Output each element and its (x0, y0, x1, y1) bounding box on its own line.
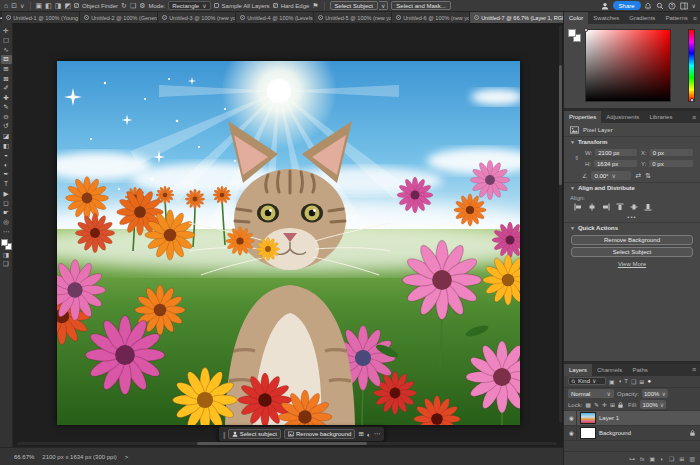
share-button[interactable]: Share (613, 1, 641, 10)
link-dimensions-icon[interactable]: ∞ (572, 155, 582, 161)
path-selection-tool[interactable]: ▶ (1, 189, 12, 199)
pen-tool[interactable]: ✒ (1, 170, 12, 180)
saturation-brightness-picker[interactable] (585, 29, 671, 102)
tab-gradients[interactable]: Gradients (624, 12, 660, 24)
brush-tool[interactable]: ✎ (1, 103, 12, 113)
align-top-icon[interactable] (616, 203, 624, 211)
tab-adjustments[interactable]: Adjustments (601, 111, 644, 123)
document-canvas[interactable] (57, 61, 520, 425)
add-selection-icon[interactable]: ◧ (45, 2, 52, 9)
lock-all-icon[interactable] (618, 402, 623, 408)
filter-pixel-layers-icon[interactable]: ▣ (609, 378, 615, 385)
eyedropper-tool[interactable]: ✐ (1, 84, 12, 94)
tab-channels[interactable]: Channels (592, 364, 627, 376)
edit-toolbar-icon[interactable]: ⋯ (1, 227, 12, 237)
lock-paint-icon[interactable]: ✎ (594, 401, 599, 408)
view-more-link[interactable]: View More (564, 257, 700, 269)
type-tool[interactable]: T (1, 180, 12, 190)
feedback-flag-icon[interactable]: ⚑ (312, 2, 318, 9)
active-tool-icon[interactable]: ⊡ (11, 2, 17, 9)
opacity-field[interactable]: 100% ∨ (642, 389, 668, 398)
filter-adjustment-layers-icon[interactable]: ◑ (618, 378, 622, 384)
rotation-angle-field[interactable]: 0.00° ∨ (591, 171, 631, 180)
hard-edge-checkbox[interactable]: ✓ (273, 3, 278, 8)
align-more-options[interactable]: ••• (564, 212, 700, 222)
sample-all-layers-checkbox[interactable] (214, 3, 219, 8)
fill-field[interactable]: 100% ∨ (640, 400, 666, 409)
select-subject-dropdown[interactable]: ∨ (379, 1, 388, 10)
flip-vertical-icon[interactable]: ⇅ (645, 172, 651, 180)
tab-untitled-7-active[interactable]: Untitled-7 @ 66.7% (Layer 1, RGB/8) * (470, 12, 563, 23)
transform-icon[interactable]: ⊞ (358, 430, 363, 438)
tab-untitled-2[interactable]: Untitled-2 @ 100% (Generati... (80, 12, 158, 23)
workspace-switcher-icon[interactable] (680, 1, 689, 10)
lock-transparency-icon[interactable]: ▦ (585, 401, 591, 408)
layer-effects-icon[interactable]: fx (640, 456, 645, 462)
layer-visibility-eye-icon[interactable]: ◉ (567, 411, 577, 425)
search-icon[interactable] (656, 1, 665, 10)
show-all-objects-icon[interactable]: ❏ (130, 2, 136, 9)
panel-menu-icon[interactable]: ≡ (692, 111, 700, 123)
tab-color[interactable]: Color (564, 12, 588, 24)
layer-visibility-eye-icon[interactable]: ◉ (567, 426, 577, 440)
canvas-pasteboard[interactable]: || Select subject Remove background ⊞ ◐ … (13, 23, 563, 447)
zoom-tool[interactable]: ◎ (1, 218, 12, 228)
remove-background-taskbar-button[interactable]: Remove background (284, 429, 355, 439)
vertical-scrollbar[interactable] (559, 25, 562, 423)
layer-thumbnail[interactable] (580, 412, 596, 424)
filter-toggle-icon[interactable]: ● (647, 378, 651, 384)
layer-filter-dropdown[interactable]: Kind ∨ (568, 377, 606, 385)
move-tool[interactable]: ✛ (1, 26, 12, 36)
delete-layer-icon[interactable]: ▥ (689, 455, 695, 462)
healing-brush-tool[interactable]: ✚ (1, 93, 12, 103)
new-group-icon[interactable]: ❏ (669, 455, 674, 462)
help-icon[interactable]: ? (668, 1, 677, 10)
new-adjustment-layer-icon[interactable]: ◐ (660, 456, 664, 462)
lock-position-icon[interactable]: ✛ (602, 401, 607, 408)
select-subject-quick-button[interactable]: Select Subject (571, 247, 693, 257)
new-selection-icon[interactable]: ▣ (36, 2, 43, 9)
new-layer-icon[interactable]: ⊞ (679, 455, 684, 462)
align-middle-v-icon[interactable] (630, 203, 638, 211)
taskbar-drag-handle[interactable]: || (223, 431, 225, 438)
horizontal-scrollbar[interactable] (17, 442, 557, 445)
color-picker-handle[interactable] (584, 28, 588, 32)
layer-row-layer-1[interactable]: ◉ Layer 1 (564, 411, 700, 426)
hue-slider-handle[interactable] (690, 98, 694, 102)
tab-paths[interactable]: Paths (627, 364, 652, 376)
filter-smart-objects-icon[interactable]: ⊞ (639, 378, 644, 385)
tab-patterns[interactable]: Patterns (660, 12, 692, 24)
tab-swatches[interactable]: Swatches (588, 12, 624, 24)
adjust-icon[interactable]: ◐ (367, 431, 371, 438)
tool-preset-chevron-icon[interactable]: ∨ (20, 3, 24, 9)
remove-background-button[interactable]: Remove Background (571, 235, 693, 245)
layer-name[interactable]: Background (599, 430, 631, 436)
hue-slider[interactable] (688, 29, 695, 102)
notifications-bell-icon[interactable] (644, 1, 653, 10)
layer-name[interactable]: Layer 1 (599, 415, 619, 421)
align-bottom-icon[interactable] (644, 203, 652, 211)
crop-tool[interactable]: ⊞ (1, 64, 12, 74)
eraser-tool[interactable]: ◪ (1, 132, 12, 142)
shape-tool[interactable]: ◻ (1, 199, 12, 209)
refresh-icon[interactable]: ↻ (121, 2, 127, 9)
tab-properties[interactable]: Properties (564, 111, 601, 123)
zoom-level[interactable]: 66.67% (14, 454, 34, 460)
layer-row-background[interactable]: ◉ Background (564, 426, 700, 441)
workspace-chevron-icon[interactable]: ∨ (692, 3, 696, 9)
panel-menu-icon[interactable]: ≡ (693, 12, 700, 24)
taskbar-more-icon[interactable]: ⋯ (374, 430, 381, 438)
account-avatar-icon[interactable] (601, 1, 610, 10)
quick-actions-section-header[interactable]: ▼ Quick Actions (564, 222, 700, 233)
frame-tool[interactable]: ⊠ (1, 74, 12, 84)
hand-tool[interactable]: ☛ (1, 208, 12, 218)
x-field[interactable]: 0 px (649, 148, 694, 157)
mode-dropdown[interactable]: Rectangle ∨ (168, 1, 210, 10)
layer-thumbnail[interactable] (580, 427, 596, 439)
flip-horizontal-icon[interactable]: ⇄ (635, 172, 641, 180)
object-finder-settings-icon[interactable]: ⚙ (139, 2, 145, 9)
filter-shape-layers-icon[interactable]: ❏ (631, 378, 636, 385)
add-layer-mask-icon[interactable]: ▣ (650, 455, 656, 462)
marquee-tool[interactable]: ▢ (1, 36, 12, 46)
height-field[interactable]: 1634 px (593, 159, 638, 168)
